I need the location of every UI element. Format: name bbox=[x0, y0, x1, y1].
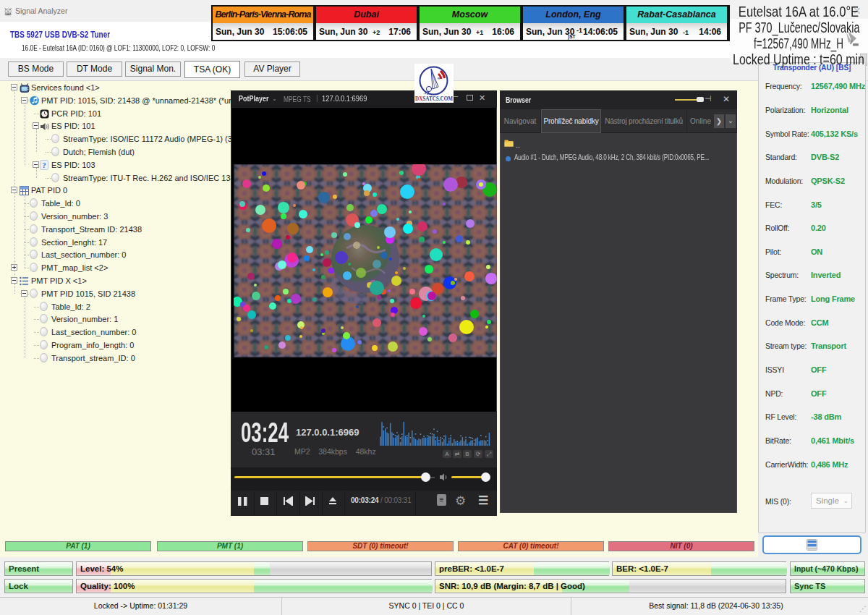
svg-text:DXSATCS.COM: DXSATCS.COM bbox=[415, 96, 453, 102]
svg-text:?: ? bbox=[42, 161, 46, 169]
